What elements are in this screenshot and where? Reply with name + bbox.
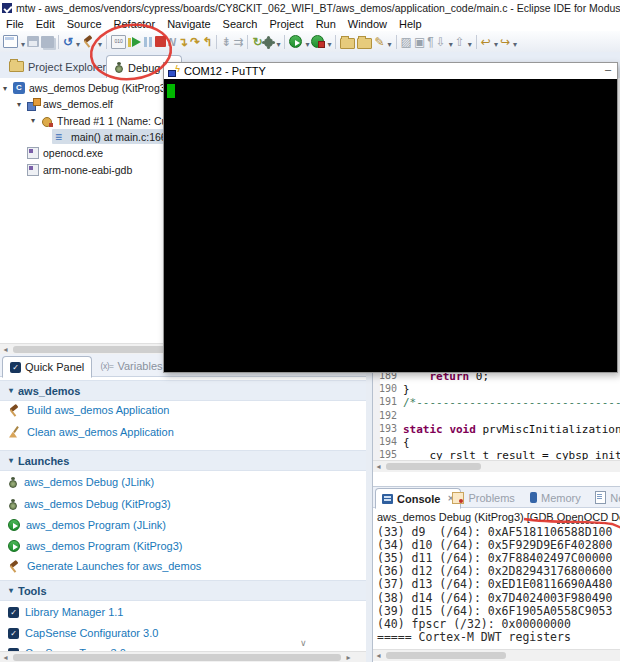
- save-icon[interactable]: [27, 36, 39, 47]
- tab-variables[interactable]: (x)=Variables: [94, 356, 170, 376]
- editor-hscrollbar[interactable]: ◂: [373, 460, 620, 472]
- previous-annotation-icon[interactable]: ⇧: [455, 35, 465, 49]
- undo-dropdown-icon[interactable]: [75, 33, 80, 51]
- new-dropdown-icon[interactable]: [20, 33, 25, 51]
- tab-label: Variables: [117, 360, 162, 372]
- tree-row[interactable]: arm-none-eabi-gdb: [14, 162, 135, 178]
- run-icon[interactable]: [289, 35, 302, 48]
- tree-row[interactable]: ▾Thread #1 1 (Name: Curre: [28, 113, 183, 129]
- quick-panel-link-label: Library Manager 1.1: [25, 606, 123, 618]
- section-header-tools[interactable]: ▾Tools: [0, 580, 366, 601]
- putty-minimize-button[interactable]: –: [605, 63, 611, 75]
- binary-view-icon[interactable]: 010: [111, 35, 126, 49]
- quick-panel-link[interactable]: aws_demos Program (JLink): [8, 517, 166, 533]
- tab-news[interactable]: News: [589, 488, 620, 507]
- build-hammer-icon[interactable]: [82, 35, 95, 48]
- quick-panel-link[interactable]: aws_demos Program (KitProg3): [8, 538, 183, 554]
- putty-app-icon: [168, 66, 180, 77]
- import-folder-icon[interactable]: [357, 38, 372, 49]
- forward-history-icon[interactable]: ↪: [500, 35, 510, 49]
- quick-panel-link[interactable]: aws_demos Debug (JLink): [8, 474, 154, 490]
- console-hscrollbar[interactable]: ◂: [373, 649, 620, 661]
- toolbar-separator: [284, 35, 285, 49]
- open-folder-icon[interactable]: [340, 38, 355, 49]
- disconnect-icon[interactable]: N: [168, 35, 176, 49]
- mark-icon[interactable]: ▣: [414, 35, 425, 49]
- drop-to-frame-icon[interactable]: ⇟: [221, 35, 231, 49]
- tab-label: Console: [397, 493, 440, 505]
- tab-problems[interactable]: Problems: [446, 488, 520, 507]
- tab-memory[interactable]: Memory: [524, 488, 587, 507]
- tree-expand-caret-icon[interactable]: ▾: [28, 116, 38, 125]
- save-all-icon[interactable]: [41, 36, 54, 48]
- gear-dropdown-icon[interactable]: [275, 33, 280, 51]
- menu-item-project[interactable]: Project: [263, 18, 309, 30]
- instruction-stepping-icon[interactable]: ⇉: [233, 35, 243, 49]
- section-collapse-icon[interactable]: ▾: [6, 586, 16, 595]
- quick-panel-link[interactable]: Library Manager 1.1: [8, 604, 123, 620]
- step-over-icon[interactable]: ↷: [190, 35, 200, 49]
- scroll-thumb[interactable]: [13, 654, 341, 661]
- external-tools-icon[interactable]: [311, 35, 324, 48]
- scroll-thumb[interactable]: [386, 652, 506, 659]
- editor-line-number: 191: [373, 396, 403, 409]
- back-history-icon[interactable]: ↩: [481, 35, 491, 49]
- menu-item-navigate[interactable]: Navigate: [161, 18, 216, 30]
- previous-annotation-dropdown-icon[interactable]: [467, 33, 472, 51]
- debug-config-gear-icon[interactable]: [264, 38, 273, 47]
- edit-icon[interactable]: ▨: [401, 35, 412, 49]
- putty-title-bar[interactable]: COM12 - PuTTY –: [164, 63, 617, 79]
- tab-project-explorer[interactable]: Project Explorer: [2, 55, 113, 78]
- scroll-left-icon[interactable]: ◂: [0, 652, 11, 662]
- quick-panel-link[interactable]: Clean aws_demos Application: [8, 424, 174, 440]
- quick-panel-link[interactable]: Build aws_demos Application: [8, 402, 169, 418]
- next-annotation-icon[interactable]: ⇩: [436, 35, 446, 49]
- undo-icon[interactable]: ↺: [63, 35, 73, 49]
- menu-item-window[interactable]: Window: [342, 18, 393, 30]
- step-return-icon[interactable]: ↰: [202, 35, 212, 49]
- quick-panel-link[interactable]: aws_demos Debug (KitProg3): [8, 496, 171, 512]
- menu-item-file[interactable]: File: [0, 18, 30, 30]
- step-into-icon[interactable]: ↴: [178, 35, 188, 49]
- launch-pencil-icon[interactable]: ✎: [374, 35, 384, 49]
- menu-item-refactor[interactable]: Refactor: [108, 18, 162, 30]
- menu-item-run[interactable]: Run: [310, 18, 342, 30]
- section-collapse-icon[interactable]: ▾: [6, 456, 16, 465]
- scroll-left-icon[interactable]: ◂: [373, 650, 384, 661]
- forward-dropdown-icon[interactable]: [512, 33, 517, 51]
- next-annotation-dropdown-icon[interactable]: [448, 33, 453, 51]
- scroll-thumb[interactable]: [386, 463, 481, 470]
- tree-row[interactable]: openocd.exe: [14, 145, 106, 161]
- quick-panel-link[interactable]: CapSense Configurator 3.0: [8, 625, 158, 641]
- section-header-launches[interactable]: ▾Launches: [0, 450, 366, 471]
- menu-item-search[interactable]: Search: [217, 18, 264, 30]
- suspend-icon[interactable]: [144, 36, 153, 48]
- quick-panel-link[interactable]: Generate Launches for aws_demos: [8, 558, 201, 574]
- section-collapse-icon[interactable]: ▾: [6, 386, 16, 395]
- scroll-right-icon[interactable]: ▸: [343, 652, 354, 662]
- menu-item-edit[interactable]: Edit: [30, 18, 61, 30]
- tree-row[interactable]: ▾aws_demos.elf: [14, 96, 116, 112]
- resume-icon[interactable]: [128, 36, 142, 48]
- scroll-left-icon[interactable]: ◂: [373, 461, 384, 472]
- quick-panel-link-label: aws_demos Program (KitProg3): [26, 540, 183, 552]
- pencil-dropdown-icon[interactable]: [387, 33, 392, 51]
- title-bar[interactable]: mtw - aws_demos/vendors/cypress/boards/C…: [0, 0, 620, 16]
- back-dropdown-icon[interactable]: [493, 33, 498, 51]
- menu-item-source[interactable]: Source: [61, 18, 108, 30]
- show-whitespace-icon[interactable]: ¶: [427, 35, 433, 49]
- refresh-icon[interactable]: ↻: [252, 35, 262, 49]
- tree-row[interactable]: ▾aws_demos Debug (KitProg3) [: [0, 80, 178, 96]
- external-tools-dropdown-icon[interactable]: [326, 33, 331, 51]
- quick-panel-vscroll-down-icon[interactable]: ∨: [300, 638, 307, 648]
- tree-expand-caret-icon[interactable]: ▾: [0, 84, 10, 93]
- run-dropdown-icon[interactable]: [304, 33, 309, 51]
- menu-item-help[interactable]: Help: [393, 18, 428, 30]
- section-header-aws_demos[interactable]: ▾aws_demos: [0, 380, 366, 401]
- build-dropdown-icon[interactable]: [97, 33, 102, 51]
- new-wizard-icon[interactable]: [3, 35, 18, 48]
- tree-expand-caret-icon[interactable]: ▾: [14, 100, 24, 109]
- tab-quick-panel[interactable]: Quick Panel: [2, 356, 92, 378]
- terminate-icon[interactable]: [155, 36, 166, 47]
- quick-panel-hscrollbar[interactable]: ◂ ▸: [0, 651, 366, 662]
